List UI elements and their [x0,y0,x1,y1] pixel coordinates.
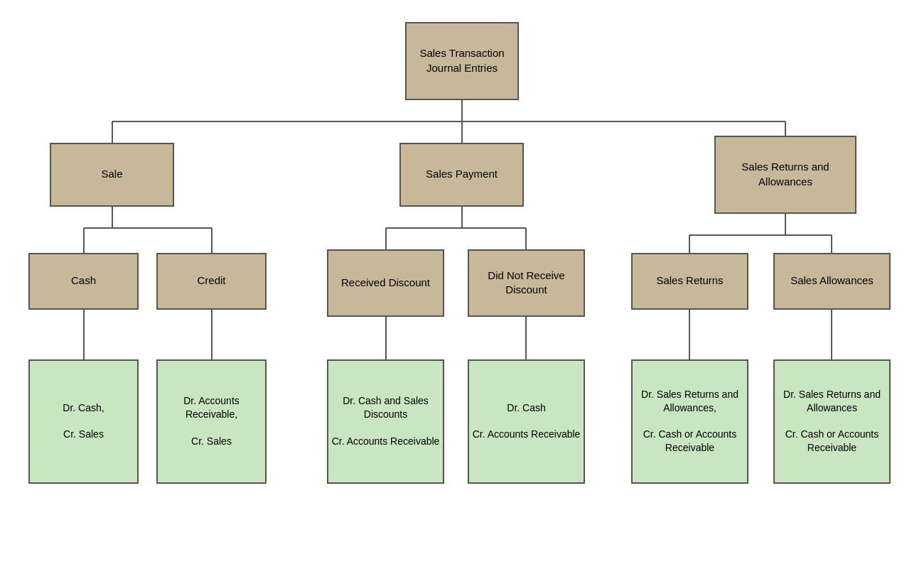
l3-salesallowances-label: Dr. Sales Returns and Allowances Cr. Cas… [775,388,889,455]
l1-sale-box: Sale [50,143,174,207]
l2-cash-box: Cash [28,253,139,310]
l3-received-box: Dr. Cash and Sales Discounts Cr. Account… [327,359,444,484]
l2-salesreturns-box: Sales Returns [631,253,748,310]
l3-received-label: Dr. Cash and Sales Discounts Cr. Account… [328,394,443,448]
l1-returns-box: Sales Returns and Allowances [714,136,856,214]
l2-didnot-label: Did Not Receive Discount [469,269,584,298]
l3-salesreturns-box: Dr. Sales Returns and Allowances, Cr. Ca… [631,359,748,484]
l2-didnot-box: Did Not Receive Discount [468,249,585,317]
l1-returns-label: Sales Returns and Allowances [716,160,855,189]
l3-credit-label: Dr. Accounts Receivable, Cr. Sales [158,394,265,448]
l3-salesallowances-box: Dr. Sales Returns and Allowances Cr. Cas… [773,359,891,484]
l1-sale-label: Sale [101,167,122,181]
l2-credit-label: Credit [197,273,225,288]
l1-payment-box: Sales Payment [399,143,524,207]
l3-didnot-label: Dr. Cash Cr. Accounts Receivable [473,401,581,442]
l3-salesreturns-label: Dr. Sales Returns and Allowances, Cr. Ca… [633,388,747,455]
l2-credit-box: Credit [156,253,267,310]
l1-payment-label: Sales Payment [426,167,498,181]
l3-didnot-box: Dr. Cash Cr. Accounts Receivable [468,359,585,484]
l2-received-box: Received Discount [327,249,444,317]
l2-salesallowances-label: Sales Allowances [790,273,874,288]
l3-cash-label: Dr. Cash, Cr. Sales [63,401,104,442]
l2-salesreturns-label: Sales Returns [656,273,723,288]
l2-salesallowances-box: Sales Allowances [773,253,891,310]
l2-cash-label: Cash [71,273,96,288]
l3-cash-box: Dr. Cash, Cr. Sales [28,359,139,484]
root-label: Sales Transaction Journal Entries [407,46,517,75]
root-box: Sales Transaction Journal Entries [405,22,519,100]
diagram: Sales Transaction Journal Entries Sale S… [7,8,917,562]
l2-received-label: Received Discount [341,276,430,290]
l3-credit-box: Dr. Accounts Receivable, Cr. Sales [156,359,267,484]
